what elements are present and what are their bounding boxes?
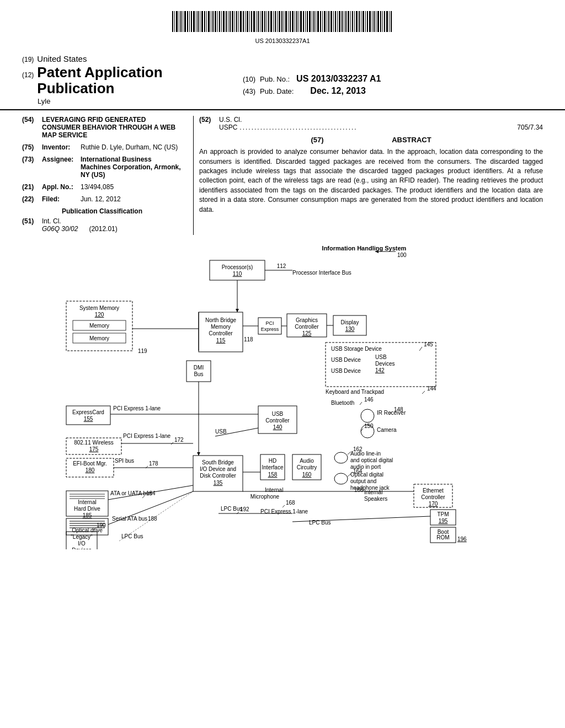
svg-rect-10	[193, 11, 195, 32]
svg-text:Controller: Controller	[209, 330, 233, 336]
svg-text:Internal: Internal	[265, 487, 283, 493]
svg-rect-9	[191, 11, 192, 32]
svg-text:Internal: Internal	[364, 489, 382, 495]
num-150: 150	[364, 423, 374, 429]
uspc-dots: ........................................	[239, 124, 515, 131]
svg-rect-47	[273, 11, 274, 32]
pub-class-title: Publication Classification	[22, 207, 182, 215]
svg-text:Audio: Audio	[300, 458, 314, 464]
patent-title: LEVERAGING RFID GENERATED CONSUMER BEHAV…	[42, 116, 182, 139]
svg-rect-90	[365, 11, 366, 32]
svg-rect-87	[359, 11, 360, 32]
num-112: 112	[277, 263, 286, 269]
svg-rect-25	[226, 11, 227, 32]
svg-rect-70	[322, 11, 323, 32]
svg-text:195: 195	[439, 518, 448, 524]
svg-rect-14	[201, 11, 203, 32]
num-184: 184	[146, 490, 156, 496]
svg-text:USB: USB	[375, 354, 387, 360]
patent-page: US 20130332237A1 (19) United States (12)…	[0, 0, 565, 728]
keyboard-trackpad: Keyboard and Trackpad	[326, 389, 384, 395]
barcode-area: US 20130332237A1	[0, 0, 565, 50]
lpc-bus-3: LPC Bus	[121, 533, 143, 539]
processors-num: 110	[233, 271, 242, 277]
svg-text:Circuitry: Circuitry	[297, 464, 317, 470]
assignee-value: International Business Machines Corporat…	[81, 156, 182, 179]
num-54: (54)	[22, 116, 42, 139]
svg-text:Ethernet: Ethernet	[423, 488, 444, 494]
svg-point-190	[334, 473, 348, 484]
svg-rect-69	[320, 11, 321, 32]
svg-rect-38	[253, 11, 255, 32]
svg-rect-6	[184, 11, 186, 32]
num-166: 166	[354, 487, 364, 493]
svg-text:HD: HD	[269, 458, 276, 464]
patent-number: US 20130332237A1	[0, 38, 565, 44]
svg-rect-11	[196, 11, 196, 32]
svg-rect-0	[172, 11, 173, 32]
svg-rect-7	[187, 11, 188, 32]
svg-rect-13	[200, 11, 200, 32]
svg-rect-54	[288, 11, 289, 32]
svg-rect-74	[331, 11, 332, 32]
svg-text:175: 175	[89, 446, 99, 452]
appl-no-row: (21) Appl. No.: 13/494,085	[22, 183, 182, 191]
abstract-text: An approach is provided to analyze consu…	[199, 147, 543, 215]
svg-rect-18	[211, 11, 211, 32]
svg-rect-26	[228, 11, 228, 32]
diagram-area: Information Handling System 100 Processo…	[0, 235, 565, 557]
svg-point-144	[361, 409, 374, 422]
svg-rect-40	[258, 11, 259, 32]
svg-rect-88	[361, 11, 361, 32]
num-75: (75)	[22, 143, 42, 151]
svg-rect-16	[206, 11, 207, 32]
svg-rect-37	[251, 11, 252, 32]
svg-rect-45	[268, 11, 269, 32]
usc-row: (52) U.S. Cl. USPC .....................…	[199, 116, 543, 131]
system-memory-label: System Memory	[79, 305, 119, 311]
svg-text:South Bridge: South Bridge	[202, 459, 234, 465]
lpc-bus-1: LPC Bus	[221, 506, 242, 512]
num-43-label: (43)	[243, 87, 255, 95]
assignee-row: (73) Assignee: International Business Ma…	[22, 156, 182, 179]
svg-text:Express: Express	[261, 326, 279, 332]
camera-label: Camera	[377, 427, 397, 433]
abstract-section: (57) ABSTRACT An approach is provided to…	[199, 136, 543, 215]
system-diagram: Information Handling System 100 Processo…	[11, 240, 554, 549]
svg-rect-52	[284, 11, 284, 32]
num-172: 172	[174, 437, 184, 443]
inventor-label: Inventor:	[42, 143, 81, 151]
int-cl-details: G06Q 30/02 (2012.01)	[42, 225, 118, 233]
usb-label: USB	[215, 429, 227, 435]
svg-text:196: 196	[457, 536, 467, 542]
svg-text:Memory: Memory	[211, 324, 231, 330]
svg-rect-35	[247, 11, 248, 32]
svg-text:Devices: Devices	[72, 547, 92, 549]
svg-text:Disk Controller: Disk Controller	[200, 473, 236, 479]
num-144: 144	[427, 386, 436, 392]
svg-rect-50	[279, 11, 280, 32]
usb-device2: USB Device	[331, 368, 361, 374]
svg-rect-42	[262, 11, 263, 32]
svg-text:Internal: Internal	[78, 499, 96, 505]
svg-line-205	[282, 505, 285, 507]
num-22: (22)	[22, 195, 42, 203]
header-right: (10) Pub. No.: US 2013/0332237 A1 (43) P…	[232, 54, 543, 106]
filed-row: (22) Filed: Jun. 12, 2012	[22, 195, 182, 203]
pub-date-value: Dec. 12, 2013	[310, 86, 366, 95]
svg-rect-67	[316, 11, 316, 32]
right-column: (52) U.S. Cl. USPC .....................…	[193, 116, 543, 235]
svg-rect-71	[324, 11, 326, 32]
ref-100: 100	[397, 252, 407, 258]
svg-text:EFI-Boot Mgr.: EFI-Boot Mgr.	[73, 461, 107, 467]
svg-text:PCI: PCI	[265, 320, 274, 326]
spi-bus: SPI bus	[115, 458, 134, 464]
svg-rect-32	[240, 11, 242, 32]
bluetooth-label: Bluetooth	[331, 400, 354, 406]
filed-value: Jun. 12, 2012	[81, 195, 182, 203]
svg-rect-58	[296, 11, 297, 32]
svg-rect-41	[260, 11, 260, 32]
svg-rect-31	[238, 11, 239, 32]
left-column: (54) LEVERAGING RFID GENERATED CONSUMER …	[22, 116, 193, 235]
svg-text:Hard Drive: Hard Drive	[74, 506, 100, 512]
